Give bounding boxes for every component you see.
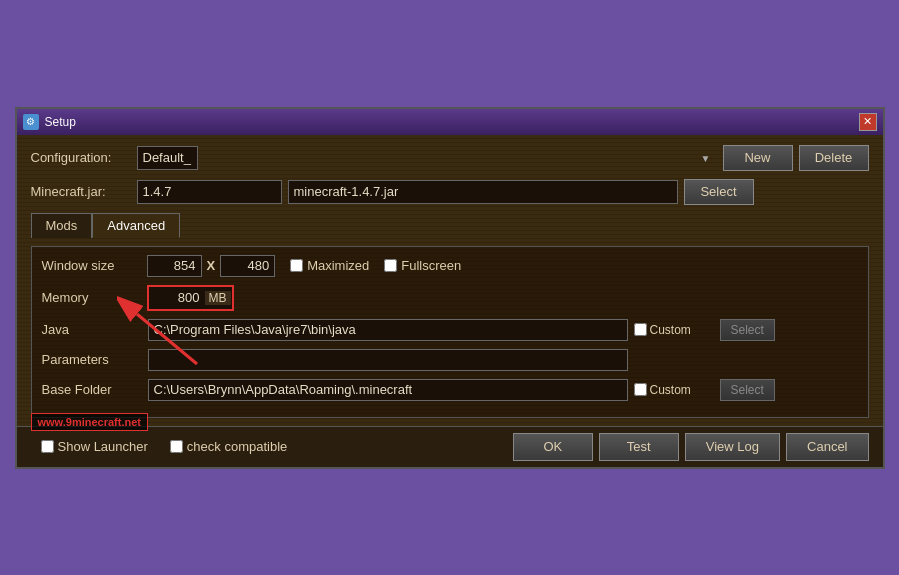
- parameters-label: Parameters: [42, 352, 142, 367]
- view-log-button[interactable]: View Log: [685, 433, 780, 461]
- fullscreen-checkbox-label[interactable]: Fullscreen: [384, 258, 461, 273]
- dialog-title: Setup: [45, 115, 76, 129]
- tabs-row: Mods Advanced: [31, 213, 869, 238]
- java-row: Java Custom Select: [42, 319, 858, 341]
- show-launcher-label: Show Launcher: [58, 439, 148, 454]
- config-dropdown-wrap: Default_: [137, 146, 717, 170]
- show-launcher-checkbox-label[interactable]: Show Launcher: [41, 439, 148, 454]
- java-label: Java: [42, 322, 142, 337]
- setup-dialog: ⚙ Setup ✕ Configuration: Default_ New De…: [15, 107, 885, 469]
- base-folder-row: Base Folder Custom Select: [42, 379, 858, 401]
- tab-mods[interactable]: Mods: [31, 213, 93, 238]
- bottom-left: Show Launcher check compatible: [31, 439, 288, 454]
- java-path-input[interactable]: [148, 319, 628, 341]
- maximized-checkbox-label[interactable]: Maximized: [290, 258, 369, 273]
- jar-label: Minecraft.jar:: [31, 184, 131, 199]
- bottom-bar: Show Launcher check compatible OK Test V…: [17, 426, 883, 467]
- test-button[interactable]: Test: [599, 433, 679, 461]
- window-height-input[interactable]: [220, 255, 275, 277]
- tab-advanced[interactable]: Advanced: [92, 213, 180, 238]
- jar-row: Minecraft.jar: Select: [31, 179, 869, 205]
- ok-button[interactable]: OK: [513, 433, 593, 461]
- fullscreen-label: Fullscreen: [401, 258, 461, 273]
- java-select-button[interactable]: Select: [720, 319, 775, 341]
- check-compatible-checkbox[interactable]: [170, 440, 183, 453]
- app-icon: ⚙: [23, 114, 39, 130]
- base-folder-label: Base Folder: [42, 382, 142, 397]
- check-compatible-checkbox-label[interactable]: check compatible: [170, 439, 287, 454]
- config-row: Configuration: Default_ New Delete: [31, 145, 869, 171]
- title-bar-left: ⚙ Setup: [23, 114, 76, 130]
- jar-select-button[interactable]: Select: [684, 179, 754, 205]
- parameters-input[interactable]: [148, 349, 628, 371]
- delete-button[interactable]: Delete: [799, 145, 869, 171]
- java-custom-checkbox[interactable]: [634, 323, 647, 336]
- close-button[interactable]: ✕: [859, 113, 877, 131]
- memory-label: Memory: [42, 290, 142, 305]
- x-separator: X: [207, 258, 216, 273]
- memory-input[interactable]: [150, 288, 205, 308]
- base-folder-custom-checkbox[interactable]: [634, 383, 647, 396]
- maximized-label: Maximized: [307, 258, 369, 273]
- window-size-label: Window size: [42, 258, 142, 273]
- watermark: www.9minecraft.net: [31, 413, 149, 431]
- config-label: Configuration:: [31, 150, 131, 165]
- window-size-row: Window size X Maximized Fullscreen: [42, 255, 858, 277]
- dialog-body: Configuration: Default_ New Delete Minec…: [17, 135, 883, 426]
- fullscreen-checkbox[interactable]: [384, 259, 397, 272]
- memory-row: Memory MB: [42, 285, 858, 311]
- parameters-row: Parameters: [42, 349, 858, 371]
- base-folder-custom-label: Custom: [650, 383, 691, 397]
- check-compatible-label: check compatible: [187, 439, 287, 454]
- window-width-input[interactable]: [147, 255, 202, 277]
- base-folder-custom-checkbox-label[interactable]: Custom: [634, 383, 714, 397]
- config-dropdown[interactable]: Default_: [137, 146, 198, 170]
- title-bar: ⚙ Setup ✕: [17, 109, 883, 135]
- maximized-checkbox[interactable]: [290, 259, 303, 272]
- new-button[interactable]: New: [723, 145, 793, 171]
- base-folder-select-button[interactable]: Select: [720, 379, 775, 401]
- jar-file-input[interactable]: [288, 180, 678, 204]
- show-launcher-checkbox[interactable]: [41, 440, 54, 453]
- tab-content-advanced: Window size X Maximized Fullscreen Memor…: [31, 246, 869, 418]
- memory-input-wrap: MB: [147, 285, 234, 311]
- java-custom-label: Custom: [650, 323, 691, 337]
- base-folder-input[interactable]: [148, 379, 628, 401]
- java-custom-checkbox-label[interactable]: Custom: [634, 323, 714, 337]
- jar-version-input[interactable]: [137, 180, 282, 204]
- bottom-buttons: OK Test View Log Cancel: [513, 433, 869, 461]
- mb-label: MB: [205, 291, 231, 305]
- cancel-button[interactable]: Cancel: [786, 433, 868, 461]
